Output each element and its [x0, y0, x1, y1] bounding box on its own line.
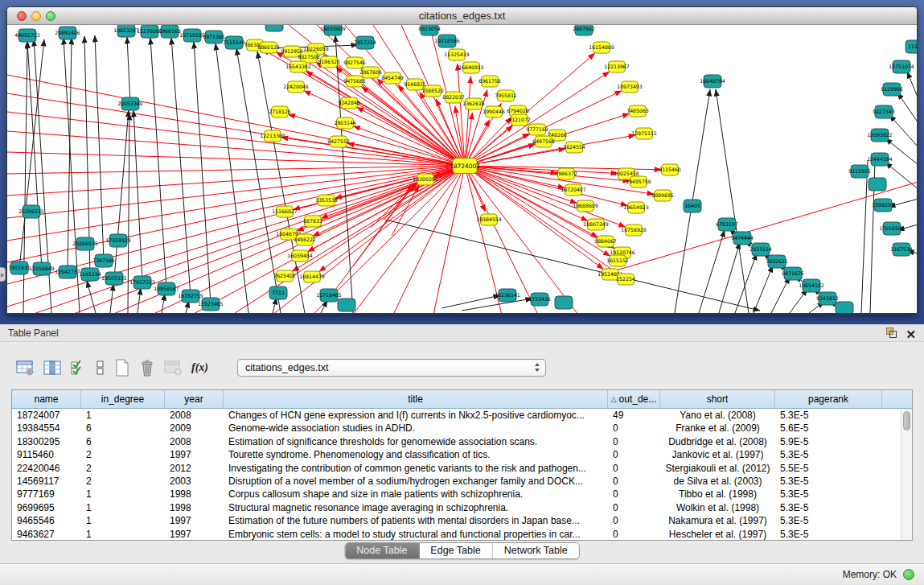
graph-node-label: 9227343 [873, 109, 895, 114]
graph-node[interactable] [338, 299, 355, 311]
graph-node-label: 12975115 [631, 130, 657, 136]
graph-node[interactable] [555, 296, 573, 309]
table-cell: 0 [608, 435, 660, 448]
table-cell: 2012 [165, 462, 224, 475]
panel-collapse-handle[interactable] [0, 267, 6, 282]
table-row[interactable]: 1938455462009Genome-wide association stu… [12, 422, 912, 435]
table-cell: 0 [608, 528, 660, 541]
column-header-title[interactable]: title [224, 390, 608, 409]
table-cell: 0 [608, 462, 660, 475]
tab-edge-table[interactable]: Edge Table [419, 543, 492, 558]
delete-column-button[interactable] [139, 357, 155, 378]
table-cell: 0 [608, 448, 660, 461]
table-cell: Estimation of significance thresholds fo… [224, 435, 608, 448]
table-panel: Table Panel ✕ [0, 324, 924, 585]
table-cell: 2 [81, 475, 165, 488]
graph-node-label: 16648794 [700, 78, 725, 84]
graph-node-label: 19654923 [623, 204, 649, 210]
graph-node-label: 16914479 [299, 274, 325, 279]
function-builder-button[interactable]: f(x) [191, 357, 208, 378]
table-scrollbar-thumb[interactable] [903, 411, 910, 431]
graph-node-label: 6793197 [716, 221, 738, 227]
graph-node-label: 1167534 [890, 246, 913, 252]
graph-node-label: 8822037 [442, 94, 465, 100]
table-cell: 5.5E-5 [775, 462, 882, 475]
tab-node-table[interactable]: Node Table [345, 543, 419, 558]
network-graph-canvas[interactable]: 4405571320891406106532871527600769661601… [7, 25, 918, 314]
table-select-dropdown[interactable]: citations_edges.txt [237, 359, 546, 377]
graph-node-label: 12093822 [867, 132, 893, 138]
tab-network-table[interactable]: Network Table [493, 543, 579, 558]
cytoscape-screen: citations_edges.txt 44055713208914061065… [0, 0, 924, 585]
network-window-titlebar[interactable]: citations_edges.txt [7, 7, 917, 25]
table-row[interactable]: 946362711997Embryonic stem cells: a mode… [12, 528, 912, 541]
column-header-pagerank[interactable]: pagerank [775, 390, 882, 409]
table-select-value: citations_edges.txt [245, 362, 329, 373]
graph-node-label: 1498222 [294, 237, 316, 242]
graph-node-label: 2933114 [749, 246, 772, 252]
graph-node-label: 15166827 [272, 208, 298, 214]
table-cell: 1 [81, 528, 165, 541]
column-header-name[interactable]: name [12, 390, 81, 409]
table-row[interactable]: 2242004622012Investigating the contribut… [12, 462, 912, 475]
node-table: namein_degreeyeartitle△out_de...shortpag… [11, 389, 913, 541]
table-row[interactable]: 1456911722003Disruption of a novel membe… [12, 475, 912, 488]
table-cell: 19384554 [12, 422, 81, 435]
graph-node-label: 9115460 [659, 167, 681, 172]
table-cell: Yano et al. (2008) [660, 409, 775, 422]
graph-node-label: 10719185 [179, 32, 205, 38]
graph-node-label: 1145194 [79, 271, 101, 277]
row-selector-button[interactable] [96, 357, 105, 378]
table-cell: 2003 [165, 475, 224, 488]
table-cell: 1 [81, 514, 165, 527]
graph-node-label: 9146821 [404, 81, 426, 87]
table-mode-button[interactable] [16, 357, 35, 378]
column-header-short[interactable]: short [660, 390, 775, 409]
table-cell: 22420046 [12, 462, 81, 475]
table-cell: Investigating the contribution of common… [224, 462, 608, 475]
graph-node-label: 7857224 [354, 39, 376, 45]
table-row[interactable]: 1830029562008Estimation of significance … [12, 435, 912, 448]
column-header-out_de[interactable]: △out_de... [608, 390, 660, 409]
table-cell: 5.3E-5 [775, 501, 882, 514]
column-checklist-button[interactable] [71, 357, 87, 378]
graph-node-label: 1362615 [462, 101, 485, 106]
graph-node-label: 18807249 [583, 221, 609, 227]
table-cell: Jankovic et al. (1997) [660, 448, 775, 461]
graph-node-label: 6961758 [478, 78, 501, 84]
graph-node-label: 20206535 [72, 241, 98, 246]
graph-node[interactable] [836, 302, 853, 314]
graph-node-label: 7955812 [495, 93, 517, 98]
column-header-in_degree[interactable]: in_degree [81, 390, 165, 409]
table-cell: 49 [608, 409, 660, 422]
graph-node-label: 1615152 [606, 257, 629, 263]
table-cell: Dudbridge et al. (2008) [660, 435, 775, 448]
table-cell: 9115460 [12, 448, 81, 461]
graph-node-label: 9115955 [848, 168, 871, 174]
graph-node[interactable] [869, 178, 886, 191]
graph-node-label: 22420046 [283, 84, 309, 89]
graph-node-label: 16782759 [178, 293, 203, 299]
graph-node-label: 20053340 [117, 101, 143, 106]
table-row[interactable]: 946554611997Estimation of the future num… [12, 514, 912, 527]
table-cell: 5.3E-5 [775, 448, 882, 461]
float-panel-icon[interactable] [885, 327, 897, 342]
graph-node-label: 1599297 [872, 202, 894, 208]
graph-node-label: 18720407 [561, 187, 586, 192]
table-scrollbar[interactable] [901, 409, 912, 540]
graph-node-label: 8860123 [257, 44, 280, 50]
table-row[interactable]: 969969511998Structural magnetic resonanc… [12, 501, 912, 514]
graph-node-label: 7397588 [92, 257, 115, 263]
table-row[interactable]: 977716911998Corpus callosum shape and si… [12, 488, 912, 501]
delete-table-button[interactable] [164, 357, 183, 378]
graph-node[interactable] [265, 25, 283, 31]
column-header-year[interactable]: year [165, 390, 224, 409]
show-columns-button[interactable] [43, 357, 62, 378]
graph-node-label: 1733426 [528, 296, 551, 302]
table-cell: 6 [81, 422, 165, 435]
new-column-button[interactable] [114, 357, 130, 378]
close-panel-icon[interactable]: ✕ [906, 328, 916, 340]
table-cell: 14569117 [12, 475, 81, 488]
table-row[interactable]: 911546021997Tourette syndrome. Phenomeno… [12, 448, 912, 461]
table-row[interactable]: 1872400712008Changes of HCN gene express… [12, 409, 912, 422]
